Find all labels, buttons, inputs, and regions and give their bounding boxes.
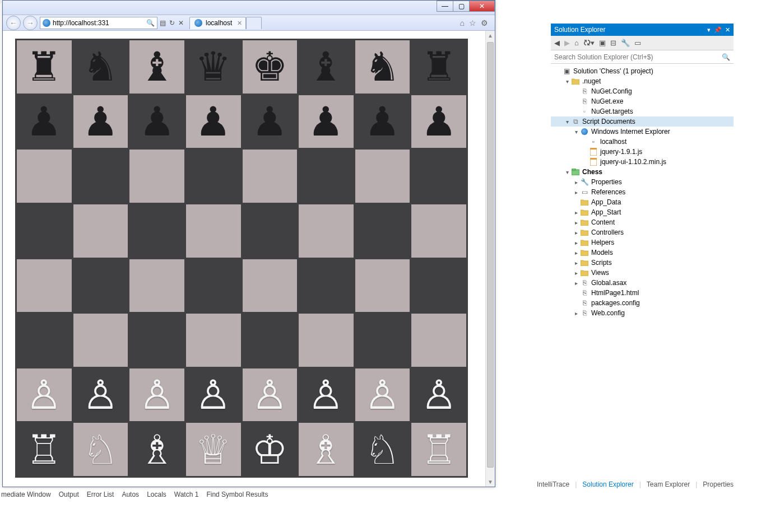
square-g7[interactable]: ♟: [355, 95, 410, 148]
tree-node[interactable]: ⎘NuGet.Config: [551, 86, 734, 96]
square-c3[interactable]: [129, 314, 184, 367]
tree-node[interactable]: ⎘NuGet.exe: [551, 96, 734, 106]
collapsed-icon[interactable]: ▸: [572, 189, 580, 195]
square-d3[interactable]: [186, 314, 241, 367]
square-b7[interactable]: ♟: [73, 95, 128, 148]
black-pawn-icon[interactable]: ♟: [195, 101, 231, 142]
black-knight-icon[interactable]: ♞: [82, 46, 119, 87]
collapsed-icon[interactable]: ▸: [572, 230, 580, 236]
square-c8[interactable]: ♝: [129, 40, 184, 94]
black-pawn-icon[interactable]: ♟: [26, 101, 62, 142]
tree-node[interactable]: ▸⎘Global.asax: [551, 278, 734, 288]
square-b2[interactable]: ♙: [73, 368, 128, 422]
show-all-icon[interactable]: ⊟: [610, 39, 616, 47]
tree-node[interactable]: ▫localhost: [551, 137, 734, 147]
browser-titlebar[interactable]: — ▢ ✕: [3, 1, 495, 15]
square-a5[interactable]: [17, 204, 72, 258]
collapsed-icon[interactable]: ▸: [572, 220, 580, 226]
tree-node[interactable]: ▸Views: [551, 268, 734, 278]
square-e3[interactable]: [243, 314, 298, 367]
url-input[interactable]: [53, 19, 144, 27]
white-bishop-icon[interactable]: ♗: [308, 430, 344, 470]
solution-tree[interactable]: ▣Solution 'Chess' (1 project)▾.nuget⎘NuG…: [551, 64, 734, 483]
tree-node[interactable]: ▫NuGet.targets: [551, 106, 734, 116]
white-rook-icon[interactable]: ♖: [26, 430, 62, 470]
square-g3[interactable]: [355, 314, 410, 367]
properties-icon[interactable]: 🔧: [621, 39, 630, 47]
tree-node[interactable]: App_Data: [551, 197, 734, 207]
square-b4[interactable]: [73, 259, 128, 312]
white-pawn-icon[interactable]: ♙: [82, 375, 119, 415]
favorites-icon[interactable]: ☆: [469, 18, 476, 27]
browser-tab[interactable]: localhost ✕: [189, 17, 246, 29]
address-bar[interactable]: 🔍: [40, 17, 157, 29]
square-c4[interactable]: [129, 259, 184, 312]
panel-menu-icon[interactable]: ▾: [707, 26, 711, 34]
square-h3[interactable]: [411, 314, 466, 367]
tree-node[interactable]: ▸⎘Web.config: [551, 308, 734, 318]
expanded-icon[interactable]: ▾: [563, 78, 571, 85]
vertical-scrollbar[interactable]: ▲ ▼: [485, 31, 495, 487]
tree-node[interactable]: ▸Scripts: [551, 258, 734, 268]
square-f5[interactable]: [299, 204, 354, 258]
black-queen-icon[interactable]: ♛: [195, 46, 231, 87]
white-knight-icon[interactable]: ♘: [364, 430, 401, 470]
white-pawn-icon[interactable]: ♙: [252, 375, 288, 415]
square-a4[interactable]: [17, 259, 72, 312]
square-c1[interactable]: ♗: [129, 423, 184, 476]
collapsed-icon[interactable]: ▸: [572, 240, 580, 246]
square-f1[interactable]: ♗: [299, 423, 354, 476]
white-king-icon[interactable]: ♔: [252, 430, 288, 470]
output-tab[interactable]: Find Symbol Results: [206, 491, 268, 498]
square-e7[interactable]: ♟: [243, 95, 298, 148]
black-pawn-icon[interactable]: ♟: [421, 101, 457, 142]
scroll-up-icon[interactable]: ▲: [486, 31, 495, 40]
white-bishop-icon[interactable]: ♗: [139, 430, 175, 470]
square-a3[interactable]: [17, 314, 72, 367]
solution-search-input[interactable]: [554, 53, 722, 61]
solution-explorer-titlebar[interactable]: Solution Explorer ▾ 📌 ✕: [551, 24, 734, 36]
white-queen-icon[interactable]: ♕: [195, 430, 231, 470]
square-f7[interactable]: ♟: [299, 95, 354, 148]
output-tab[interactable]: Watch 1: [174, 491, 199, 498]
square-h1[interactable]: ♖: [411, 423, 466, 476]
nav-forward-icon[interactable]: ▶: [564, 39, 570, 47]
output-tab[interactable]: Output: [59, 491, 79, 498]
square-f4[interactable]: [299, 259, 354, 312]
tree-node[interactable]: ▣Solution 'Chess' (1 project): [551, 66, 734, 76]
white-rook-icon[interactable]: ♖: [421, 430, 457, 470]
white-pawn-icon[interactable]: ♙: [364, 375, 401, 415]
square-e6[interactable]: [243, 150, 298, 203]
tree-node[interactable]: ▾⧉Script Documents: [551, 116, 734, 127]
square-e1[interactable]: ♔: [243, 423, 298, 476]
tree-node[interactable]: ▸App_Start: [551, 207, 734, 217]
compat-icon[interactable]: ▤: [160, 19, 166, 27]
square-a2[interactable]: ♙: [17, 368, 72, 422]
collapsed-icon[interactable]: ▸: [572, 179, 580, 185]
dock-tab[interactable]: Team Explorer: [647, 480, 690, 488]
scroll-down-icon[interactable]: ▼: [486, 477, 495, 487]
black-rook-icon[interactable]: ♜: [26, 46, 62, 87]
square-b6[interactable]: [73, 150, 128, 203]
black-pawn-icon[interactable]: ♟: [308, 101, 344, 142]
collapsed-icon[interactable]: ▸: [572, 260, 580, 266]
square-b5[interactable]: [73, 204, 128, 258]
preview-icon[interactable]: ▭: [634, 39, 641, 47]
square-f2[interactable]: ♙: [299, 368, 354, 422]
chess-board[interactable]: ♜♞♝♛♚♝♞♜♟♟♟♟♟♟♟♟♙♙♙♙♙♙♙♙♖♘♗♕♔♗♘♖: [15, 39, 468, 478]
scrollbar-thumb[interactable]: [487, 42, 494, 468]
collapsed-icon[interactable]: ▸: [572, 280, 580, 286]
square-c2[interactable]: ♙: [129, 368, 184, 422]
square-e2[interactable]: ♙: [243, 368, 298, 422]
square-g6[interactable]: [355, 150, 410, 203]
collapsed-icon[interactable]: ▸: [572, 209, 580, 216]
maximize-button[interactable]: ▢: [453, 1, 470, 12]
square-c7[interactable]: ♟: [129, 95, 184, 148]
output-tab[interactable]: Error List: [87, 491, 114, 498]
square-d5[interactable]: [186, 204, 241, 258]
white-pawn-icon[interactable]: ♙: [421, 375, 457, 415]
black-knight-icon[interactable]: ♞: [364, 46, 401, 87]
tree-node[interactable]: ▸Helpers: [551, 237, 734, 248]
collapsed-icon[interactable]: ▸: [572, 310, 580, 316]
new-tab-button[interactable]: [246, 17, 262, 29]
